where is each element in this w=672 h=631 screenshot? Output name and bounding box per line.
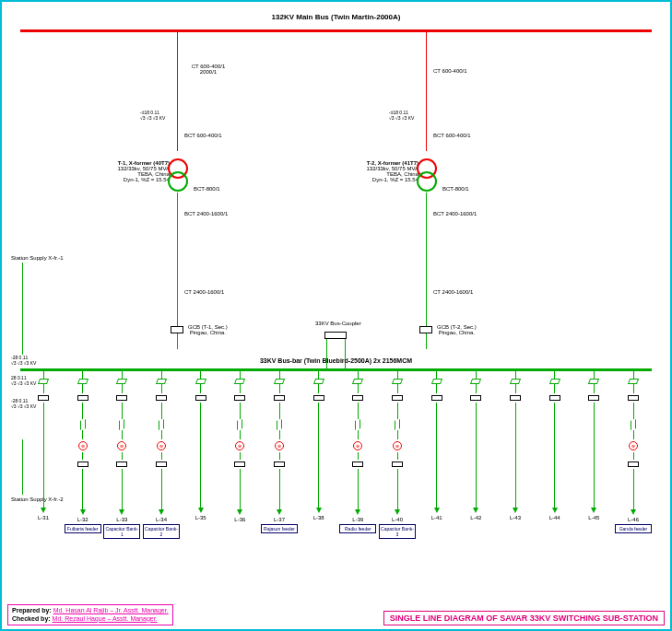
- feeder-L-46: ⊗L-46Ganda feeder: [615, 371, 652, 533]
- isolator-icon: [77, 379, 88, 384]
- feeder-row: L-31⊗L-32Fulbaria feeder⊗L-33Capacitor B…: [25, 371, 647, 555]
- arrow-down-icon: [277, 509, 282, 515]
- isolator-icon: [510, 379, 521, 384]
- ct-label: CT 600-400/1 2000/1: [184, 64, 232, 75]
- transformer-icon: [417, 171, 437, 192]
- arrow-down-icon: [355, 509, 360, 515]
- isolator-icon: [352, 379, 363, 384]
- transformer-icon: [168, 171, 188, 192]
- ct-box-icon: [274, 462, 285, 467]
- feeder-label: L-39: [339, 517, 376, 522]
- isolator-icon: [234, 379, 245, 384]
- isolator-icon: [588, 379, 599, 384]
- gcb-label: GCB (T-1, Sec.) Pingao, China.: [188, 324, 228, 335]
- feeder-label: L-37: [261, 517, 298, 522]
- arrow-down-icon: [552, 508, 558, 513]
- breaker-icon: [274, 395, 285, 401]
- isolator-icon: [274, 379, 285, 384]
- relay-icon: ⊗: [117, 441, 126, 450]
- isolator-icon: [392, 379, 403, 384]
- bct-label: BCT 600-400/1: [184, 133, 222, 138]
- feeder-label: L-40: [379, 517, 416, 522]
- feeder-L-38: L-38: [301, 371, 337, 520]
- arrow-down-icon: [119, 509, 124, 515]
- feeder-L-37: ⊗L-37Rajason feeder: [261, 371, 298, 533]
- arrow-down-icon: [434, 508, 440, 513]
- breaker-icon: [392, 395, 403, 401]
- transformer-bay-2: CT 600-400/1 -±18 0.11√3 √3 √3 KV BCT 60…: [371, 31, 481, 354]
- relay-icon: ⊗: [393, 441, 402, 450]
- breaker-icon: [588, 395, 599, 401]
- switch-icon: [80, 419, 86, 430]
- breaker-icon: [234, 395, 245, 401]
- switch-icon: [395, 419, 400, 430]
- feeder-L-33: ⊗L-33Capacitor Bank-1: [103, 371, 140, 539]
- feeder-label: L-38: [301, 515, 337, 520]
- feeder-L-40: ⊗L-40Capacitor Bank-3: [379, 371, 416, 539]
- ct-box-icon: [116, 462, 127, 467]
- arrow-down-icon: [80, 509, 86, 515]
- breaker-icon: [352, 395, 363, 401]
- feeder-label: L-45: [575, 515, 612, 520]
- transformer-bay-1: CT 600-400/1 2000/1 -±18 0.11√3 √3 √3 KV…: [122, 31, 232, 354]
- breaker-icon: [470, 395, 481, 401]
- ct-bot: CT 2400-1600/1: [433, 289, 473, 295]
- feeder-L-32: ⊗L-32Fulbaria feeder: [65, 371, 101, 533]
- ct-box-icon: [77, 462, 88, 467]
- breaker-icon: [628, 395, 639, 401]
- feeder-label: L-32: [65, 517, 101, 522]
- feeder-L-42: L-42: [457, 371, 494, 520]
- feeder-L-39: ⊗L-39Radio feeder: [339, 371, 376, 533]
- ct-label: CT 600-400/1: [433, 68, 467, 74]
- isolator-icon: [195, 379, 206, 384]
- diagram-page: 132KV Main Bus (Twin Martin-2000A) CT 60…: [0, 0, 672, 631]
- footer-credits: Prepared by: Md. Hasan Al Rajib – Jr. As…: [7, 604, 173, 625]
- feeder-name-box: Capacitor Bank-1: [103, 524, 140, 539]
- relay-icon: ⊗: [353, 441, 362, 450]
- feeder-name-box: Ganda feeder: [615, 524, 652, 533]
- arrow-down-icon: [237, 509, 242, 515]
- isolator-icon: [116, 379, 127, 384]
- arrow-down-icon: [513, 508, 518, 513]
- ct-bot: CT 2400-1600/1: [184, 289, 224, 295]
- gcb-box: [171, 326, 183, 333]
- isolator-icon: [431, 379, 442, 384]
- switch-icon: [159, 419, 164, 430]
- feeder-L-34: ⊗L-34Capacitor Bank-2: [143, 371, 180, 539]
- feeder-label: L-36: [221, 517, 258, 522]
- breaker-icon: [195, 395, 206, 401]
- switch-icon: [119, 419, 124, 430]
- ct-box-icon: [628, 462, 639, 467]
- switch-icon: [277, 419, 282, 430]
- isolator-icon: [470, 379, 481, 384]
- isolator-icon: [549, 379, 560, 384]
- arrow-down-icon: [316, 508, 322, 513]
- feeder-L-43: L-43: [497, 371, 534, 520]
- isolator-icon: [156, 379, 167, 384]
- bct-sec: BCT-800/1: [194, 186, 220, 192]
- relay-icon: ⊗: [78, 441, 88, 450]
- feeder-name-box: Radio feeder: [339, 524, 376, 533]
- breaker-icon: [510, 395, 521, 401]
- feeder-L-45: L-45: [575, 371, 612, 520]
- bct-sec: BCT-800/1: [442, 186, 469, 192]
- feeder-name-box: Capacitor Bank-2: [143, 524, 180, 539]
- feeder-label: L-44: [536, 515, 573, 520]
- ct-box-icon: [352, 462, 363, 467]
- arrow-down-icon: [159, 509, 164, 515]
- relay-icon: ⊗: [157, 441, 166, 450]
- isolator-icon: [38, 379, 49, 384]
- arrow-down-icon: [473, 508, 478, 513]
- breaker-icon: [116, 395, 127, 401]
- arrow-down-icon: [395, 509, 400, 515]
- bct-label: BCT 600-400/1: [433, 133, 471, 138]
- feeder-name-box: Rajason feeder: [261, 524, 298, 533]
- feeder-label: L-46: [615, 517, 652, 522]
- breaker-icon: [77, 395, 88, 401]
- feeder-L-36: ⊗L-36: [221, 371, 258, 522]
- bct-bot: BCT 2400-1600/1: [184, 211, 228, 216]
- ct-box-icon: [234, 462, 245, 467]
- footer-title: SINGLE LINE DIAGRAM OF SAVAR 33KV SWITCH…: [383, 611, 665, 625]
- breaker-icon: [156, 395, 167, 401]
- arrow-down-icon: [631, 509, 636, 515]
